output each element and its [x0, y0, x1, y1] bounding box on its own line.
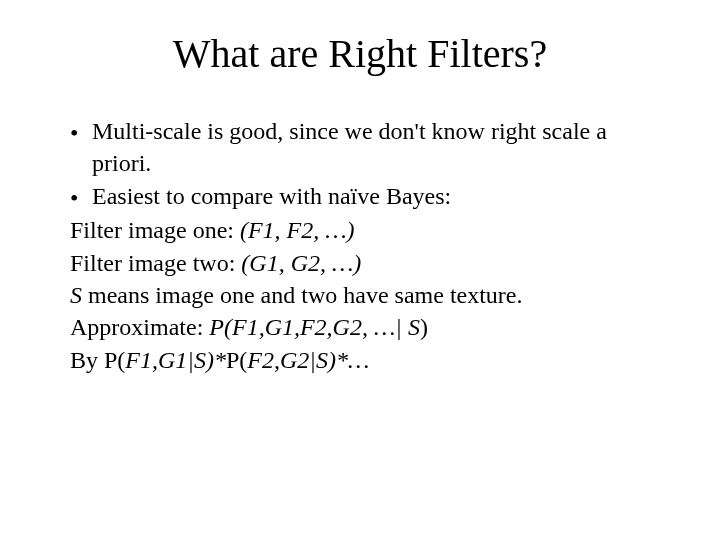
text-run: Filter image one: — [70, 217, 240, 243]
body-line: Approximate: P(F1,G1,F2,G2, …| S) — [70, 311, 650, 343]
slide-title: What are Right Filters? — [50, 30, 670, 77]
text-run-italic: (F1, F2, …) — [240, 217, 355, 243]
bullet-text: Multi-scale is good, since we don't know… — [92, 115, 650, 180]
text-run-italic: (G1, G2, …) — [241, 250, 361, 276]
slide-body: • Multi-scale is good, since we don't kn… — [50, 115, 670, 376]
bullet-dot-icon: • — [70, 180, 92, 214]
body-line: Filter image one: (F1, F2, …) — [70, 214, 650, 246]
bullet-dot-icon: • — [70, 115, 92, 149]
text-run: means image one and two have same textur… — [82, 282, 523, 308]
text-run: Filter image two: — [70, 250, 241, 276]
text-run: ) — [420, 314, 428, 340]
body-line: Filter image two: (G1, G2, …) — [70, 247, 650, 279]
text-run-italic: P(F1,G1,F2,G2, …| S — [209, 314, 420, 340]
text-run: Approximate: — [70, 314, 209, 340]
body-line: S means image one and two have same text… — [70, 279, 650, 311]
bullet-item: • Multi-scale is good, since we don't kn… — [70, 115, 650, 180]
text-run-italic: F2,G2|S)*… — [247, 347, 369, 373]
bullet-item: • Easiest to compare with naïve Bayes: — [70, 180, 650, 214]
text-run: By P( — [70, 347, 125, 373]
slide: What are Right Filters? • Multi-scale is… — [0, 0, 720, 540]
body-line: By P(F1,G1|S)*P(F2,G2|S)*… — [70, 344, 650, 376]
text-run: P( — [226, 347, 247, 373]
text-run-italic: S — [70, 282, 82, 308]
bullet-text: Easiest to compare with naïve Bayes: — [92, 180, 650, 212]
text-run-italic: F1,G1|S)* — [125, 347, 226, 373]
